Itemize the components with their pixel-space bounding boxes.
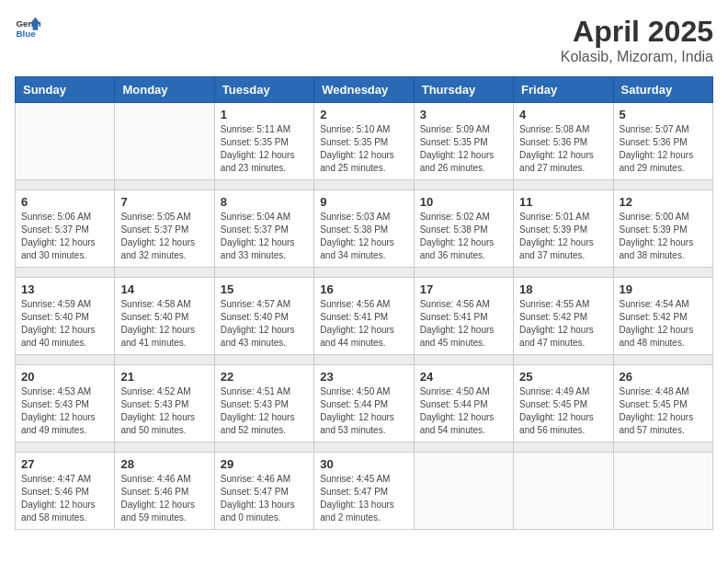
weekday-header-saturday: Saturday [613,77,712,103]
calendar-cell: 28Sunrise: 4:46 AM Sunset: 5:46 PM Dayli… [115,453,214,530]
day-number: 25 [519,370,607,384]
calendar-cell: 9Sunrise: 5:03 AM Sunset: 5:38 PM Daylig… [314,190,414,268]
page-header: General Blue April 2025 Kolasib, Mizoram… [15,15,713,65]
calendar-cell: 17Sunrise: 4:56 AM Sunset: 5:41 PM Dayli… [414,278,513,355]
day-number: 12 [620,195,707,209]
day-number: 8 [221,195,308,209]
calendar-cell: 19Sunrise: 4:54 AM Sunset: 5:42 PM Dayli… [613,278,712,355]
day-info: Sunrise: 5:08 AM Sunset: 5:36 PM Dayligh… [519,123,607,175]
day-number: 19 [620,282,707,296]
day-number: 18 [519,282,607,296]
day-number: 26 [620,370,707,384]
day-number: 13 [21,282,108,296]
calendar-title: April 2025 [561,15,713,49]
calendar-header-row: SundayMondayTuesdayWednesdayThursdayFrid… [16,77,713,103]
day-info: Sunrise: 4:52 AM Sunset: 5:43 PM Dayligh… [120,385,208,437]
day-number: 20 [21,370,108,384]
calendar-cell: 12Sunrise: 5:00 AM Sunset: 5:39 PM Dayli… [613,190,712,268]
day-number: 22 [221,370,308,384]
calendar-table: SundayMondayTuesdayWednesdayThursdayFrid… [15,76,713,530]
day-number: 14 [120,282,208,296]
day-number: 28 [120,457,208,471]
day-info: Sunrise: 4:54 AM Sunset: 5:42 PM Dayligh… [620,298,707,350]
day-info: Sunrise: 5:03 AM Sunset: 5:38 PM Dayligh… [320,211,407,262]
day-number: 10 [420,195,507,209]
day-number: 17 [420,282,507,296]
logo: General Blue [15,15,40,40]
calendar-cell: 8Sunrise: 5:04 AM Sunset: 5:37 PM Daylig… [214,190,313,268]
weekday-header-sunday: Sunday [16,77,115,103]
calendar-cell: 11Sunrise: 5:01 AM Sunset: 5:39 PM Dayli… [514,190,613,268]
calendar-cell: 7Sunrise: 5:05 AM Sunset: 5:37 PM Daylig… [115,190,214,268]
day-info: Sunrise: 5:01 AM Sunset: 5:39 PM Dayligh… [519,211,607,262]
day-info: Sunrise: 5:00 AM Sunset: 5:39 PM Dayligh… [620,211,707,262]
calendar-cell: 30Sunrise: 4:45 AM Sunset: 5:47 PM Dayli… [314,453,414,530]
calendar-body: 1Sunrise: 5:11 AM Sunset: 5:35 PM Daylig… [16,103,713,530]
day-info: Sunrise: 4:56 AM Sunset: 5:41 PM Dayligh… [420,298,507,350]
calendar-cell: 3Sunrise: 5:09 AM Sunset: 5:35 PM Daylig… [414,103,513,180]
day-info: Sunrise: 5:10 AM Sunset: 5:35 PM Dayligh… [320,123,407,175]
weekday-header-tuesday: Tuesday [214,77,313,103]
day-info: Sunrise: 4:50 AM Sunset: 5:44 PM Dayligh… [420,385,507,437]
calendar-cell [16,103,115,180]
day-info: Sunrise: 4:56 AM Sunset: 5:41 PM Dayligh… [320,298,407,350]
day-number: 27 [21,457,108,471]
day-info: Sunrise: 4:53 AM Sunset: 5:43 PM Dayligh… [21,385,108,437]
logo-icon: General Blue [15,15,40,40]
day-number: 30 [320,457,407,471]
calendar-cell: 20Sunrise: 4:53 AM Sunset: 5:43 PM Dayli… [16,365,115,442]
calendar-cell [414,453,513,530]
day-number: 1 [221,108,308,121]
day-info: Sunrise: 4:59 AM Sunset: 5:40 PM Dayligh… [21,298,108,350]
day-info: Sunrise: 4:47 AM Sunset: 5:46 PM Dayligh… [21,473,108,524]
day-info: Sunrise: 5:02 AM Sunset: 5:38 PM Dayligh… [420,211,507,262]
calendar-cell: 10Sunrise: 5:02 AM Sunset: 5:38 PM Dayli… [414,190,513,268]
week-divider [16,180,713,190]
day-number: 23 [320,370,407,384]
calendar-cell: 2Sunrise: 5:10 AM Sunset: 5:35 PM Daylig… [314,103,414,180]
calendar-cell [514,453,613,530]
calendar-cell: 15Sunrise: 4:57 AM Sunset: 5:40 PM Dayli… [214,278,313,355]
day-number: 16 [320,282,407,296]
day-info: Sunrise: 4:58 AM Sunset: 5:40 PM Dayligh… [120,298,208,350]
week-divider [16,355,713,365]
day-number: 21 [120,370,208,384]
day-number: 2 [320,108,407,121]
calendar-cell: 4Sunrise: 5:08 AM Sunset: 5:36 PM Daylig… [514,103,613,180]
day-number: 15 [221,282,308,296]
day-info: Sunrise: 4:57 AM Sunset: 5:40 PM Dayligh… [221,298,308,350]
day-info: Sunrise: 4:46 AM Sunset: 5:47 PM Dayligh… [221,473,308,524]
calendar-cell: 5Sunrise: 5:07 AM Sunset: 5:36 PM Daylig… [613,103,712,180]
day-info: Sunrise: 5:06 AM Sunset: 5:37 PM Dayligh… [21,211,108,262]
day-info: Sunrise: 5:07 AM Sunset: 5:36 PM Dayligh… [620,123,707,175]
title-block: April 2025 Kolasib, Mizoram, India [561,15,713,65]
day-number: 7 [120,195,208,209]
calendar-subtitle: Kolasib, Mizoram, India [561,49,713,65]
day-info: Sunrise: 5:09 AM Sunset: 5:35 PM Dayligh… [420,123,507,175]
day-number: 5 [620,108,707,121]
calendar-cell: 18Sunrise: 4:55 AM Sunset: 5:42 PM Dayli… [514,278,613,355]
calendar-cell [115,103,214,180]
day-info: Sunrise: 4:48 AM Sunset: 5:45 PM Dayligh… [620,385,707,437]
day-info: Sunrise: 4:50 AM Sunset: 5:44 PM Dayligh… [320,385,407,437]
calendar-week-row: 20Sunrise: 4:53 AM Sunset: 5:43 PM Dayli… [16,365,713,442]
calendar-cell: 16Sunrise: 4:56 AM Sunset: 5:41 PM Dayli… [314,278,414,355]
calendar-cell: 25Sunrise: 4:49 AM Sunset: 5:45 PM Dayli… [514,365,613,442]
day-number: 29 [221,457,308,471]
weekday-header-wednesday: Wednesday [314,77,414,103]
day-number: 6 [21,195,108,209]
day-number: 24 [420,370,507,384]
day-info: Sunrise: 5:05 AM Sunset: 5:37 PM Dayligh… [120,211,208,262]
day-info: Sunrise: 4:45 AM Sunset: 5:47 PM Dayligh… [320,473,407,524]
day-number: 4 [519,108,607,121]
calendar-cell: 26Sunrise: 4:48 AM Sunset: 5:45 PM Dayli… [613,365,712,442]
calendar-cell: 23Sunrise: 4:50 AM Sunset: 5:44 PM Dayli… [314,365,414,442]
day-info: Sunrise: 4:55 AM Sunset: 5:42 PM Dayligh… [519,298,607,350]
day-number: 11 [519,195,607,209]
day-number: 9 [320,195,407,209]
day-info: Sunrise: 4:46 AM Sunset: 5:46 PM Dayligh… [120,473,208,524]
weekday-header-monday: Monday [115,77,214,103]
week-divider [16,268,713,278]
calendar-cell: 24Sunrise: 4:50 AM Sunset: 5:44 PM Dayli… [414,365,513,442]
calendar-cell: 21Sunrise: 4:52 AM Sunset: 5:43 PM Dayli… [115,365,214,442]
